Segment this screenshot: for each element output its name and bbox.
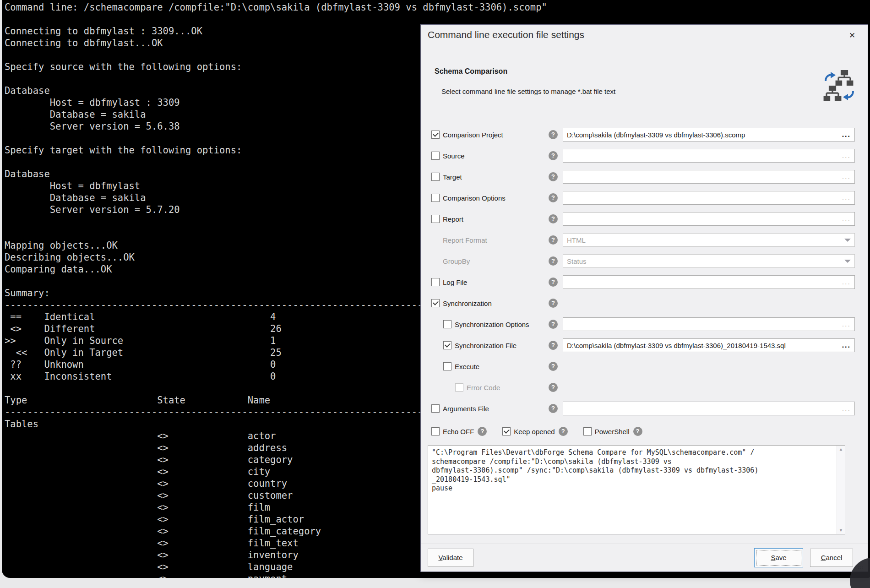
row-comparison-options: Comparison Options ? ...	[421, 187, 868, 208]
scroll-up-icon[interactable]: ▲	[839, 446, 843, 453]
help-icon[interactable]: ?	[549, 214, 558, 223]
scroll-down-icon[interactable]: ▼	[839, 527, 843, 534]
label-comparison-options: Comparison Options	[443, 194, 506, 202]
checkbox-comparison-project[interactable]	[431, 131, 440, 139]
checkbox-report[interactable]	[431, 215, 440, 223]
redo-arrow-icon	[824, 72, 836, 83]
target-field[interactable]: ...	[563, 170, 855, 184]
report-field[interactable]: ...	[563, 212, 855, 226]
dialog-footer: Validate Save Cancel	[421, 544, 868, 572]
checkbox-error-code	[455, 383, 463, 392]
row-log-file: Log File ? ...	[421, 272, 868, 293]
synchronization-options-field[interactable]: ...	[563, 317, 855, 331]
label-powershell: PowerShell	[595, 428, 630, 436]
browse-button[interactable]: ...	[842, 343, 851, 348]
help-icon[interactable]: ?	[633, 427, 642, 436]
label-target: Target	[443, 173, 462, 181]
bat-options-row: Echo OFF ? Keep opened ? PowerShell ?	[431, 427, 642, 436]
label-echo-off: Echo OFF	[443, 428, 474, 436]
row-report-format: Report Format ? HTML	[421, 229, 868, 250]
row-comparison-project: Comparison Project ? D:\comp\sakila (dbf…	[421, 124, 868, 145]
synchronization-file-field[interactable]: D:\comp\sakila (dbfmylast-3309 vs dbfmyl…	[563, 338, 855, 352]
label-execute: Execute	[455, 363, 479, 370]
chevron-down-icon	[844, 239, 851, 242]
browse-button[interactable]: ...	[842, 406, 851, 411]
help-icon[interactable]: ?	[549, 383, 558, 392]
label-keep-opened: Keep opened	[514, 428, 555, 436]
row-arguments-file: Arguments File ? ...	[421, 398, 868, 419]
command-line-settings-dialog: Command line execution file settings ✕ S…	[420, 24, 868, 572]
browse-button[interactable]: ...	[842, 322, 851, 327]
help-icon[interactable]: ?	[549, 278, 558, 287]
checkbox-comparison-options[interactable]	[431, 194, 440, 202]
scrollbar[interactable]: ▲ ▼	[837, 446, 845, 534]
section-title: Schema Comparison	[435, 67, 507, 76]
comparison-project-field[interactable]: D:\comp\sakila (dbfmylast-3309 vs dbfmyl…	[563, 128, 855, 142]
option-echo-off: Echo OFF ?	[431, 427, 487, 436]
checkbox-synchronization-file[interactable]	[443, 341, 451, 349]
checkbox-target[interactable]	[431, 173, 440, 181]
label-arguments-file: Arguments File	[443, 405, 489, 413]
cancel-button[interactable]: Cancel	[810, 549, 853, 567]
help-icon[interactable]: ?	[549, 256, 558, 266]
option-powershell: PowerShell ?	[583, 427, 642, 436]
log-file-field[interactable]: ...	[563, 275, 855, 289]
checkbox-source[interactable]	[431, 152, 440, 160]
checkbox-arguments-file[interactable]	[431, 404, 440, 413]
help-icon[interactable]: ?	[559, 427, 568, 436]
row-synchronization: Synchronization ?	[421, 293, 868, 314]
label-log-file: Log File	[443, 278, 467, 286]
label-synchronization-options: Synchronization Options	[455, 321, 529, 328]
help-icon[interactable]: ?	[549, 172, 558, 181]
dialog-title: Command line execution file settings	[428, 29, 584, 40]
browse-button[interactable]: ...	[842, 280, 851, 284]
checkbox-synchronization-options[interactable]	[443, 320, 451, 328]
help-icon[interactable]: ?	[549, 362, 558, 371]
browse-button[interactable]: ...	[842, 217, 851, 221]
browse-button[interactable]: ...	[842, 196, 851, 200]
checkbox-echo-off[interactable]	[431, 427, 440, 436]
row-synchronization-file: Synchronization File ? D:\comp\sakila (d…	[421, 335, 868, 356]
row-groupby: GroupBy ? Status	[421, 250, 868, 272]
help-icon[interactable]: ?	[549, 299, 558, 308]
help-icon[interactable]: ?	[549, 235, 558, 245]
help-icon[interactable]: ?	[549, 341, 558, 350]
row-report: Report ? ...	[421, 208, 868, 229]
row-target: Target ? ...	[421, 166, 868, 187]
checkbox-execute[interactable]	[443, 362, 451, 370]
bat-file-text-area[interactable]: "C:\Program Files\Devart\dbForge Schema …	[428, 445, 845, 534]
label-source: Source	[443, 152, 465, 160]
row-error-code: Error Code ?	[421, 377, 868, 398]
browse-button[interactable]: ...	[842, 153, 851, 158]
checkbox-keep-opened[interactable]	[502, 427, 511, 436]
comparison-options-field[interactable]: ...	[563, 191, 855, 205]
report-format-dropdown: HTML	[563, 233, 855, 247]
help-icon[interactable]: ?	[549, 193, 558, 202]
screen: { "colors": { "accent_blue": "#2b6cb8", …	[0, 0, 870, 588]
arguments-file-field[interactable]: ...	[563, 402, 855, 415]
row-synchronization-options: Synchronization Options ? ...	[421, 314, 868, 335]
checkbox-powershell[interactable]	[583, 427, 592, 436]
source-field[interactable]: ...	[563, 149, 855, 163]
help-icon[interactable]: ?	[549, 404, 558, 413]
org-chart-icon	[835, 70, 854, 86]
save-button[interactable]: Save	[754, 548, 803, 567]
close-icon[interactable]: ✕	[847, 30, 858, 41]
label-synchronization: Synchronization	[443, 299, 492, 307]
org-chart-icon	[823, 86, 842, 101]
help-icon[interactable]: ?	[549, 151, 558, 160]
row-source: Source ? ...	[421, 145, 868, 166]
option-keep-opened: Keep opened ?	[502, 427, 567, 436]
browse-button[interactable]: ...	[842, 174, 851, 179]
validate-button[interactable]: Validate	[428, 549, 473, 567]
help-icon[interactable]: ?	[549, 320, 558, 329]
bat-file-text: "C:\Program Files\Devart\dbForge Schema …	[428, 446, 837, 496]
section-subtitle: Select command line file settings to man…	[441, 87, 615, 95]
help-icon[interactable]: ?	[478, 427, 487, 436]
browse-button[interactable]: ...	[842, 132, 851, 137]
checkbox-log-file[interactable]	[431, 278, 440, 286]
help-icon[interactable]: ?	[549, 130, 558, 139]
label-report: Report	[443, 215, 463, 223]
checkbox-synchronization[interactable]	[431, 299, 440, 307]
settings-rows: Comparison Project ? D:\comp\sakila (dbf…	[421, 124, 868, 419]
